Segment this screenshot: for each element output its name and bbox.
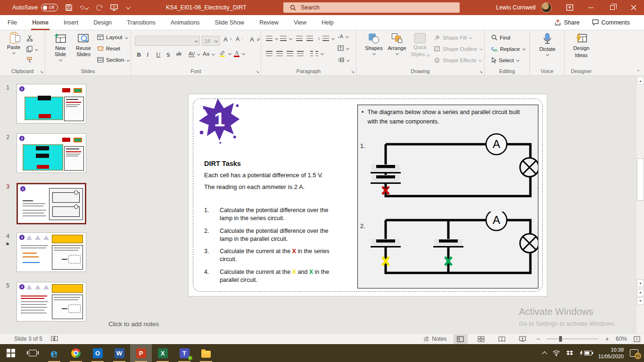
zoom-out-icon[interactable]: − <box>537 335 540 343</box>
task-view-button[interactable] <box>22 344 43 362</box>
zoom-slider[interactable] <box>547 338 599 339</box>
slide-thumbnail-5[interactable]: 2 <box>17 282 86 321</box>
slide-thumbnail-2[interactable]: 2 <box>17 133 86 173</box>
fit-slide-to-window-icon[interactable] <box>634 336 640 342</box>
animation-star-icon[interactable]: ★ <box>5 241 10 247</box>
slide-canvas[interactable]: 1 1 DIRT Tasks Each cell has a potential… <box>189 94 547 296</box>
italic-button[interactable]: I <box>147 51 149 58</box>
spell-check-icon[interactable] <box>51 336 58 342</box>
tab-animations[interactable]: Animations <box>163 15 207 30</box>
paste-dropdown-icon[interactable] <box>12 51 16 54</box>
text-shadow-button[interactable]: S <box>166 51 170 58</box>
underline-button[interactable]: U <box>156 51 160 58</box>
slide-show-button[interactable] <box>516 334 530 344</box>
bullets-button[interactable] <box>266 36 278 41</box>
change-case-button[interactable]: Aa <box>203 51 215 57</box>
zoom-in-icon[interactable]: + <box>605 335 609 343</box>
columns-button[interactable] <box>310 51 323 56</box>
tab-insert[interactable]: Insert <box>56 15 86 30</box>
taskbar-chrome[interactable] <box>65 344 87 362</box>
dictate-button[interactable]: Dictate <box>537 33 558 56</box>
decrease-indent-button[interactable] <box>296 36 303 41</box>
slide-thumbnail-3-selected[interactable]: 1 <box>17 183 86 224</box>
text-direction-button[interactable]: ↓A <box>338 34 348 39</box>
battery-icon[interactable] <box>579 351 592 355</box>
taskbar-word[interactable]: W <box>108 344 130 362</box>
zoom-slider-thumb[interactable] <box>559 336 562 342</box>
taskbar-edge[interactable]: e <box>43 344 65 362</box>
font-name-combo[interactable] <box>135 36 200 46</box>
align-center-button[interactable] <box>276 51 283 56</box>
character-spacing-button[interactable]: AV <box>189 51 200 57</box>
bold-button[interactable]: B <box>137 51 141 58</box>
normal-view-button[interactable] <box>454 334 468 344</box>
tab-file[interactable]: File <box>0 15 25 30</box>
tab-review[interactable]: Review <box>252 15 286 30</box>
taskbar-outlook[interactable]: O <box>87 344 108 362</box>
circuit-diagrams-box[interactable]: • The diagrams below show a series and p… <box>357 105 538 288</box>
wifi-icon[interactable] <box>553 350 560 356</box>
slide-thumbnail-1[interactable]: 1 <box>17 84 86 123</box>
customize-qat-icon[interactable] <box>126 5 131 9</box>
tab-transitions[interactable]: Transitions <box>119 15 163 30</box>
new-slide-button[interactable]: New Slide <box>50 33 71 61</box>
numbering-button[interactable] <box>280 36 292 41</box>
clock[interactable]: 10:38 11/05/2020 <box>598 346 624 360</box>
tab-help[interactable]: Help <box>314 15 341 30</box>
zoom-level[interactable]: 60% <box>616 336 627 342</box>
tab-design[interactable]: Design <box>86 15 119 30</box>
align-text-button[interactable] <box>338 45 349 51</box>
taskbar-excel[interactable]: X <box>152 344 173 362</box>
avatar[interactable] <box>541 2 552 13</box>
section-button[interactable]: Section <box>97 57 129 63</box>
slide-area-scrollbar[interactable]: ▲ ▼ ⏶ ⏷ <box>636 76 644 333</box>
format-painter-button[interactable] <box>26 57 33 63</box>
tab-slide-show[interactable]: Slide Show <box>207 15 252 30</box>
close-button[interactable] <box>623 0 644 15</box>
cut-button[interactable] <box>26 35 33 41</box>
tab-home[interactable]: Home <box>25 15 56 30</box>
autosave-switch[interactable]: Off <box>41 4 58 11</box>
replace-button[interactable]: ςbcReplace <box>491 46 525 52</box>
align-left-button[interactable] <box>266 51 272 56</box>
undo-dropdown-icon[interactable] <box>85 6 89 9</box>
select-button[interactable]: Select <box>491 57 519 63</box>
increase-font-size-button[interactable]: A^ <box>223 36 231 43</box>
restore-button[interactable] <box>602 0 623 15</box>
strikethrough-button[interactable]: ab <box>176 51 182 57</box>
share-button[interactable]: Share <box>554 19 579 26</box>
arrange-button[interactable]: Arrange <box>386 33 408 55</box>
font-size-combo[interactable]: 18 <box>202 36 220 46</box>
increase-indent-button[interactable] <box>306 36 313 41</box>
undo-icon[interactable] <box>80 3 88 12</box>
dropbox-icon[interactable] <box>566 350 573 356</box>
minimize-button[interactable] <box>580 0 602 15</box>
reading-view-button[interactable] <box>495 334 509 344</box>
scroll-up-icon[interactable]: ▲ <box>637 77 644 84</box>
start-from-beginning-icon[interactable] <box>110 3 118 12</box>
design-ideas-button[interactable]: DesignIdeas <box>570 33 593 58</box>
slide-sorter-view-button[interactable] <box>474 334 488 344</box>
user-name[interactable]: Lewis Cornwell <box>496 4 536 11</box>
tray-expand-icon[interactable] <box>542 351 547 356</box>
tab-view[interactable]: View <box>286 15 314 30</box>
autosave-toggle[interactable]: AutoSave Off <box>12 4 58 11</box>
scrollbar-thumb[interactable] <box>637 158 644 201</box>
reset-button[interactable]: Reset <box>97 46 120 51</box>
convert-to-smartart-button[interactable] <box>338 57 349 63</box>
notes-toggle-button[interactable]: Notes <box>423 336 446 342</box>
shapes-button[interactable]: Shapes <box>363 33 385 55</box>
comments-button[interactable]: Comments <box>592 19 630 26</box>
clear-formatting-button[interactable]: A <box>250 36 260 43</box>
action-center-icon[interactable]: 21 <box>630 349 638 357</box>
next-slide-icon[interactable]: ⏷ <box>637 297 644 305</box>
taskbar-file-explorer[interactable] <box>195 344 217 362</box>
decrease-font-size-button[interactable]: Aˇ <box>236 36 243 42</box>
highlight-color-button[interactable] <box>219 50 231 57</box>
slide-indicator[interactable]: Slide 3 of 5 <box>14 336 42 342</box>
font-color-button[interactable]: A <box>234 50 245 57</box>
paste-button[interactable]: Paste <box>4 33 23 54</box>
search-bar[interactable]: Search <box>283 2 460 13</box>
save-icon[interactable] <box>65 3 73 12</box>
collapse-ribbon-icon[interactable]: ⌃ <box>636 69 640 74</box>
